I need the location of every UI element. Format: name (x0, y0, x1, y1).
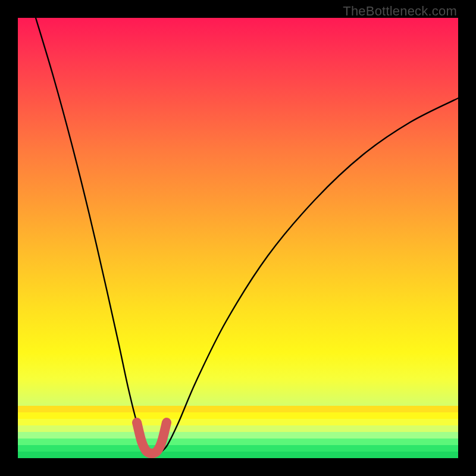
valley-highlight (137, 422, 167, 453)
watermark: TheBottleneck.com (343, 4, 457, 19)
chart-area (18, 18, 458, 458)
bottleneck-curve (36, 18, 458, 455)
curve-layer (18, 18, 458, 458)
